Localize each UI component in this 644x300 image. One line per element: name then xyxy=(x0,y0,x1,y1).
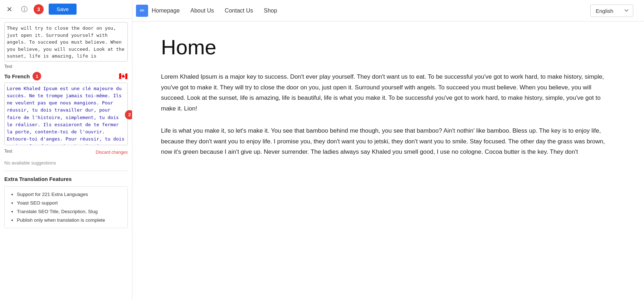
features-box: Support for 221 Extra Languages Yoast SE… xyxy=(4,186,128,228)
nav-link-shop[interactable]: Shop xyxy=(264,8,277,14)
nav-links: Homepage About Us Contact Us Shop xyxy=(152,8,277,14)
suggestions-text: No available suggestions xyxy=(4,160,128,166)
french-textarea-bottom: Text Discard changes xyxy=(4,148,128,157)
content-para-1: Lorem Khaled Ipsum is a major key to suc… xyxy=(161,72,615,114)
step2-badge: 2 xyxy=(125,110,132,119)
save-button[interactable]: Save xyxy=(49,4,77,15)
to-french-left: To French 1 xyxy=(4,72,41,80)
extra-features-section: Extra Translation Features Support for 2… xyxy=(4,171,128,228)
nav-link-homepage[interactable]: Homepage xyxy=(152,8,180,14)
top-nav: ✏ Homepage About Us Contact Us Shop Engl… xyxy=(132,0,644,21)
nav-link-about[interactable]: About Us xyxy=(190,8,214,14)
french-flag-icon: 🇨🇦 xyxy=(119,72,128,80)
french-textarea-wrapper: 2 xyxy=(4,83,128,147)
to-french-header: To French 1 🇨🇦 xyxy=(4,72,128,80)
main-content: Home Lorem Khaled Ipsum is a major key t… xyxy=(132,21,644,300)
info-button[interactable]: ⓘ xyxy=(19,4,30,15)
language-selector[interactable]: EnglishFrenchSpanishGerman xyxy=(590,4,633,17)
french-text-label: Text xyxy=(4,149,12,154)
left-panel: ✕ ⓘ 3 Save Text To French 1 🇨🇦 2 Text Di… xyxy=(0,0,132,300)
nav-edit-button[interactable]: ✏ xyxy=(136,5,148,17)
discard-changes-link[interactable]: Discard changes xyxy=(96,150,128,155)
list-item: Support for 221 Extra Languages xyxy=(17,192,122,197)
pencil-icon: ✏ xyxy=(140,7,145,14)
content-para-2: Life is what you make it, so let's make … xyxy=(161,126,615,157)
toolbar: ✕ ⓘ 3 Save xyxy=(0,0,132,19)
extra-features-title: Extra Translation Features xyxy=(4,176,128,182)
nav-link-contact[interactable]: Contact Us xyxy=(225,8,253,14)
source-textarea[interactable] xyxy=(4,22,128,62)
step1-badge: 1 xyxy=(33,72,41,80)
page-title: Home xyxy=(161,36,615,59)
list-item: Translate SEO Title, Description, Slug xyxy=(17,209,122,214)
to-french-title: To French xyxy=(4,73,30,79)
close-button[interactable]: ✕ xyxy=(4,4,15,15)
features-list: Support for 221 Extra Languages Yoast SE… xyxy=(10,192,122,223)
list-item: Yoast SEO support xyxy=(17,200,122,206)
source-text-label: Text xyxy=(4,64,128,69)
french-textarea[interactable] xyxy=(4,83,128,145)
list-item: Publish only when translation is complet… xyxy=(17,217,122,223)
panel-scroll: Text To French 1 🇨🇦 2 Text Discard chang… xyxy=(0,19,132,300)
step3-badge: 3 xyxy=(34,4,44,14)
right-panel: ✏ Homepage About Us Contact Us Shop Engl… xyxy=(132,0,644,300)
language-select[interactable]: EnglishFrenchSpanishGerman xyxy=(590,4,633,17)
